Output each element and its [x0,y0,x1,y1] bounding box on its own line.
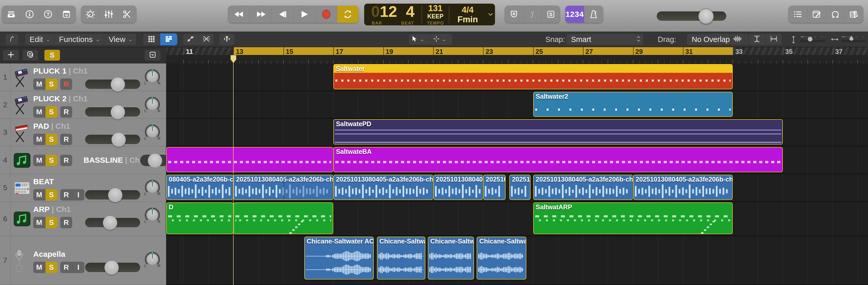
record-enable-button[interactable]: R [60,155,72,166]
solo-button[interactable]: S [45,106,57,118]
region-Saltwater2[interactable]: Saltwater2 [533,92,733,117]
left-click-tool-menu[interactable]: ⌄ [409,33,431,45]
back-button[interactable] [5,33,19,45]
tuner-button[interactable] [523,6,542,23]
track-header-BASSLINE[interactable]: 4BASSLINE| Ch1MSR [0,146,166,174]
pan-knob[interactable]: LR [145,69,160,84]
quick-help-button[interactable] [21,6,39,23]
cmd-click-tool-menu[interactable]: ⌄ [431,33,453,45]
input-monitor-button[interactable]: I [72,262,84,273]
forward-button[interactable] [250,6,272,23]
help-button[interactable]: ? [39,6,57,23]
lcd-menu-chevron[interactable] [486,4,495,25]
media-browser-button[interactable] [845,6,863,23]
waveform-zoom-button[interactable] [730,33,745,45]
region-20251013080405-a2a3fe206b-chi[interactable]: 20251013080405-a2a3fe206b-chi [234,175,333,200]
cycle-button[interactable] [337,6,359,23]
edit-menu[interactable]: Edit⌄ [25,33,54,45]
master-volume-knob[interactable] [698,8,714,24]
track-header-PLUCK 2[interactable]: 2PLUCK 2| Ch1MSRLR [0,91,166,119]
region-unnamed[interactable] [166,147,333,172]
region-202510[interactable]: 202510 [483,175,506,200]
track-volume-knob[interactable] [108,188,123,202]
solo-button[interactable]: S [45,189,57,201]
record-enable-button[interactable]: R [60,217,72,228]
track-header-BEAT[interactable]: 5BEATMSRILR [0,174,166,202]
region-Saltwater[interactable]: Saltwater [333,64,733,90]
track-header-Acapella[interactable]: 7AcapellaMSRILR [0,236,166,285]
region-20251013080405-a2a3fe206b-chi[interactable]: 20251013080405-a2a3fe206b-chi [533,175,633,200]
catch-playhead-button[interactable] [219,33,235,45]
solo-button[interactable]: S [45,217,57,228]
pan-knob[interactable]: LR [145,124,160,139]
editors-button[interactable] [118,6,136,23]
lcd-display[interactable]: 0124 BARBEAT 131 KEEP TEMPO 4/4 Fmin [364,4,495,25]
track-volume-knob[interactable] [111,77,125,92]
mute-button[interactable]: M [33,106,45,118]
go-to-end-button[interactable] [272,6,293,23]
region-080405-a2a3fe206b-chi[interactable]: 080405-a2a3fe206b-chi [166,175,234,200]
global-solo-button[interactable]: S [44,49,60,61]
track-volume-slider[interactable] [85,79,140,89]
metronome-button[interactable] [584,6,603,23]
region-2025101308040[interactable]: 2025101308040 [433,175,483,200]
horizontal-auto-zoom-button[interactable] [766,33,782,45]
library-button[interactable] [2,6,21,23]
pan-knob[interactable]: LR [145,180,160,195]
track-header-ARP[interactable]: 6ARP| Ch1MSRLR [0,202,166,236]
vertical-zoom-slider[interactable] [799,33,826,45]
pan-knob[interactable]: LR [145,208,160,222]
track-volume-slider[interactable] [85,135,140,144]
event-list-button[interactable] [788,6,807,23]
track-volume-knob[interactable] [111,105,125,119]
solo-mode-button[interactable]: S [542,6,560,23]
record-enable-button[interactable]: R [60,106,72,118]
vertical-auto-zoom-button[interactable] [749,33,766,45]
track-volume-slider[interactable] [85,218,140,227]
pan-knob[interactable]: LR [145,252,160,267]
flex-button[interactable] [198,33,214,45]
input-monitor-button[interactable]: I [72,189,84,201]
bar-ruler[interactable]: 1113151719212325272931333537 [166,47,868,55]
track-on-off-toggle[interactable] [140,155,169,166]
mute-button[interactable]: M [33,217,45,228]
region-unnamed[interactable] [234,202,333,234]
track-header-config-button[interactable] [144,49,161,61]
count-in-button[interactable]: 1234 [565,6,584,23]
track-volume-knob[interactable] [111,132,126,147]
loop-browser-button[interactable] [826,6,845,23]
tracks-view-button[interactable] [160,33,177,45]
functions-menu[interactable]: Functions⌄ [54,33,104,45]
region-SaltwatePD[interactable]: SaltwatePD [333,119,783,145]
solo-button[interactable]: S [45,262,57,273]
duplicate-track-button[interactable] [22,49,38,61]
track-volume-knob[interactable] [103,216,117,230]
horizontal-zoom-slider[interactable] [840,33,867,45]
region-Chicane-Saltwater ACAP[interactable]: Chicane-Saltwater ACAP [304,237,374,280]
track-header-PAD[interactable]: 3PAD| Ch1MSRLR [0,119,166,146]
region-SaltwatARP[interactable]: SaltwatARP [533,202,733,234]
region-Chicane-Saltwa[interactable]: Chicane-Saltwa [428,237,474,280]
track-volume-slider[interactable] [85,263,140,272]
region-Chicane-Saltwat[interactable]: Chicane-Saltwat [476,237,526,280]
record-enable-button[interactable]: R [60,134,72,145]
region-Chicane-Saltwat[interactable]: Chicane-Saltwat [377,237,426,280]
region-D[interactable]: D [166,202,234,234]
grid-view-button[interactable] [143,33,160,45]
mute-button[interactable]: M [33,78,45,90]
record-enable-button[interactable]: R [60,262,72,273]
snap-dropdown[interactable]: Smart [566,33,644,45]
beat-ruler[interactable] [166,55,868,64]
region-SaltwateBA[interactable]: SaltwateBA [333,147,783,172]
replace-button[interactable] [505,6,523,23]
mixer-button[interactable] [100,6,118,23]
solo-button[interactable]: S [45,155,57,166]
add-track-button[interactable] [3,49,19,61]
solo-button[interactable]: S [45,134,57,145]
track-volume-knob[interactable] [104,260,119,275]
record-enable-button[interactable]: R [60,78,72,90]
master-volume-slider[interactable] [657,11,726,21]
mute-button[interactable]: M [33,134,45,145]
mute-button[interactable]: M [33,262,45,273]
region-20251013080405-a2a3fe206b-chi[interactable]: 20251013080405-a2a3fe206b-chi [333,175,433,200]
